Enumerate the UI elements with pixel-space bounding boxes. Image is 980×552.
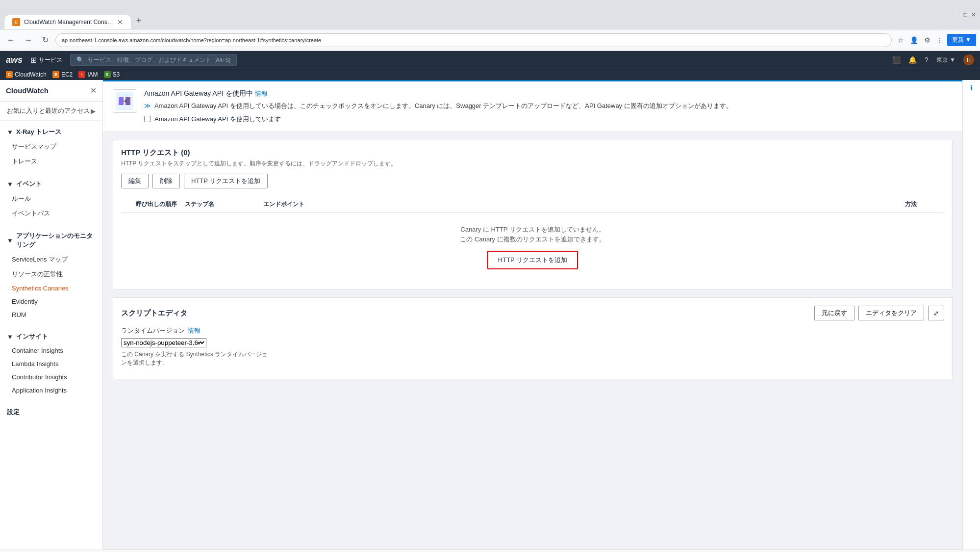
sidebar-item-resource-health[interactable]: リソースの正常性 <box>0 267 102 282</box>
delete-button[interactable]: 削除 <box>152 174 180 188</box>
settings-button[interactable]: ⋮ <box>934 34 945 46</box>
close-window-button[interactable]: ✕ <box>971 11 976 18</box>
window-controls: ─ □ ✕ <box>955 11 976 18</box>
maximize-button[interactable]: □ <box>964 11 967 18</box>
sidebar-item-servicelens[interactable]: ServiceLens マップ <box>0 252 102 267</box>
app-monitoring-arrow: ▼ <box>7 237 13 244</box>
sidebar-item-evidently[interactable]: Evidently <box>0 295 102 308</box>
region-selector[interactable]: 東京 ▼ <box>936 56 955 64</box>
sidebar-item-rules[interactable]: ルール <box>0 191 102 206</box>
aws-search-bar[interactable]: 🔍 [Alt+S] <box>70 54 237 66</box>
sidebar-favorites[interactable]: お気に入りと最近のアクセス ▶ <box>0 102 102 121</box>
extensions-button[interactable]: ⚙ <box>922 34 932 46</box>
refresh-button[interactable]: ↻ <box>39 33 51 47</box>
api-gateway-description: ≫ Amazon API Gateway API を使用している場合は、このチェ… <box>144 101 953 111</box>
xray-section-arrow: ▼ <box>7 129 13 136</box>
ec2-label: EC2 <box>61 71 73 78</box>
insights-label: インサイト <box>16 332 48 341</box>
http-toolbar: 編集 削除 HTTP リクエストを追加 <box>121 174 944 188</box>
sidebar-section-xray: ▼ X-Ray トレース サービスマップ トレース <box>0 121 102 173</box>
script-editor-actions: 元に戻す エディタをクリア ⤢ <box>814 306 944 320</box>
sidebar-title: CloudWatch <box>6 86 49 95</box>
search-input[interactable] <box>88 56 210 63</box>
info-panel-icon[interactable]: ℹ <box>970 84 973 92</box>
sidebar-item-contributor-insights[interactable]: Contributor Insights <box>0 370 102 384</box>
th-step: ステップ名 <box>185 200 263 209</box>
bookmark-button[interactable]: ☆ <box>896 34 906 46</box>
iam-icon: I <box>78 71 85 78</box>
sidebar-item-eventbus[interactable]: イベントバス <box>0 206 102 221</box>
arrow-icon: ≫ <box>144 102 151 109</box>
sidebar-item-servicemap[interactable]: サービスマップ <box>0 139 102 154</box>
region-name: 東京 <box>936 56 948 63</box>
aws-topbar-right: ⬛ 🔔 ? 東京 ▼ H <box>892 54 974 65</box>
sidebar-item-container-insights[interactable]: Container Insights <box>0 344 102 357</box>
service-tag-iam[interactable]: I IAM <box>78 71 98 78</box>
sidebar-section-xray-header[interactable]: ▼ X-Ray トレース <box>0 125 102 139</box>
edit-button[interactable]: 編集 <box>121 174 149 188</box>
profile-button[interactable]: 👤 <box>908 34 920 46</box>
sidebar-section-app-monitoring-header[interactable]: ▼ アプリケーションのモニタリング <box>0 229 102 252</box>
expand-button[interactable]: ⤢ <box>928 306 944 320</box>
favorites-label: お気に入りと最近のアクセス <box>7 106 90 115</box>
update-button[interactable]: 更新 ▼ <box>947 34 976 46</box>
xray-section-label: X-Ray トレース <box>16 128 61 136</box>
api-gateway-content: Amazon API Gateway API を使用中 情報 ≫ Amazon … <box>144 89 953 124</box>
aws-logo: aws <box>6 55 23 65</box>
new-tab-button[interactable]: + <box>131 13 147 29</box>
service-tag-ec2[interactable]: E EC2 <box>52 71 73 78</box>
sidebar-item-trace[interactable]: トレース <box>0 154 102 169</box>
services-menu-button[interactable]: ⊞ サービス <box>30 55 62 65</box>
sidebar-section-settings: 設定 <box>0 401 102 423</box>
add-http-request-button-top[interactable]: HTTP リクエストを追加 <box>184 174 268 188</box>
tab-close-button[interactable]: ✕ <box>117 18 123 26</box>
browser-nav: ← → ↻ ap-northeast-1.console.aws.amazon.… <box>0 29 980 51</box>
runtime-description: この Canary を実行する Synthetics ランタイムバージョンを選択… <box>121 350 268 367</box>
services-label: サービス <box>39 56 62 64</box>
th-order: 呼び出しの順序 <box>136 200 185 209</box>
clear-editor-button[interactable]: エディタをクリア <box>858 306 924 320</box>
sidebar-section-settings-header[interactable]: 設定 <box>0 405 102 420</box>
add-http-request-button-center[interactable]: HTTP リクエストを追加 <box>487 251 578 269</box>
sidebar-item-application-insights[interactable]: Application Insights <box>0 384 102 397</box>
address-text: ap-northeast-1.console.aws.amazon.com/cl… <box>62 37 321 43</box>
api-gateway-info-link[interactable]: 情報 <box>255 90 268 97</box>
sidebar-item-synthetics-canaries[interactable]: Synthetics Canaries <box>0 282 102 295</box>
forward-button[interactable]: → <box>22 34 35 47</box>
service-tag-cloudwatch[interactable]: C CloudWatch <box>6 71 47 78</box>
api-gateway-checkbox[interactable] <box>144 116 151 122</box>
cloud-shell-icon[interactable]: ⬛ <box>892 56 901 64</box>
runtime-info-link[interactable]: 情報 <box>188 326 201 335</box>
sidebar-item-lambda-insights[interactable]: Lambda Insights <box>0 357 102 370</box>
svg-rect-1 <box>119 97 124 105</box>
api-gateway-title: Amazon API Gateway API を使用中 情報 <box>144 89 953 98</box>
search-shortcut: [Alt+S] <box>214 57 230 63</box>
favorites-arrow: ▶ <box>91 107 96 115</box>
runtime-version-row: ランタイムバージョン 情報 syn-nodejs-puppeteer-3.6 こ… <box>121 326 944 367</box>
aws-topbar: aws ⊞ サービス 🔍 [Alt+S] ⬛ 🔔 ? 東京 ▼ H <box>0 51 980 69</box>
back-button[interactable]: ← <box>4 34 18 47</box>
service-tag-s3[interactable]: S S3 <box>104 71 120 78</box>
sidebar-close-button[interactable]: ✕ <box>90 86 97 95</box>
revert-button[interactable]: 元に戻す <box>814 306 854 320</box>
notification-icon[interactable]: 🔔 <box>908 56 917 64</box>
minimize-button[interactable]: ─ <box>955 11 960 18</box>
sidebar-section-insights: ▼ インサイト Container Insights Lambda Insigh… <box>0 325 102 401</box>
runtime-version-select[interactable]: syn-nodejs-puppeteer-3.6 <box>121 338 206 347</box>
api-gateway-icon <box>113 89 136 113</box>
sidebar: CloudWatch ✕ お気に入りと最近のアクセス ▶ ▼ X-Ray トレー… <box>0 80 103 550</box>
browser-tab-active[interactable]: C CloudWatch Management Cons… ✕ <box>4 15 131 29</box>
api-gateway-card: Amazon API Gateway API を使用中 情報 ≫ Amazon … <box>103 81 962 132</box>
main-layout: CloudWatch ✕ お気に入りと最近のアクセス ▶ ▼ X-Ray トレー… <box>0 80 980 550</box>
sidebar-item-rum[interactable]: RUM <box>0 308 102 321</box>
s3-icon: S <box>104 71 111 78</box>
script-editor-section: スクリプトエディタ 元に戻す エディタをクリア ⤢ ランタイムバージョン 情報 … <box>113 297 953 379</box>
sidebar-section-events-header[interactable]: ▼ イベント <box>0 177 102 191</box>
user-avatar[interactable]: H <box>963 54 974 65</box>
address-bar[interactable]: ap-northeast-1.console.aws.amazon.com/cl… <box>55 33 892 47</box>
browser-chrome: C CloudWatch Management Cons… ✕ + ─ □ ✕ <box>0 0 980 29</box>
sidebar-section-insights-header[interactable]: ▼ インサイト <box>0 329 102 344</box>
help-icon[interactable]: ? <box>925 56 929 64</box>
http-request-description: HTTP リクエストをステップとして追加します。順序を変更するには、ドラッグアン… <box>121 159 944 168</box>
http-request-section: HTTP リクエスト (0) HTTP リクエストをステップとして追加します。順… <box>113 140 953 290</box>
